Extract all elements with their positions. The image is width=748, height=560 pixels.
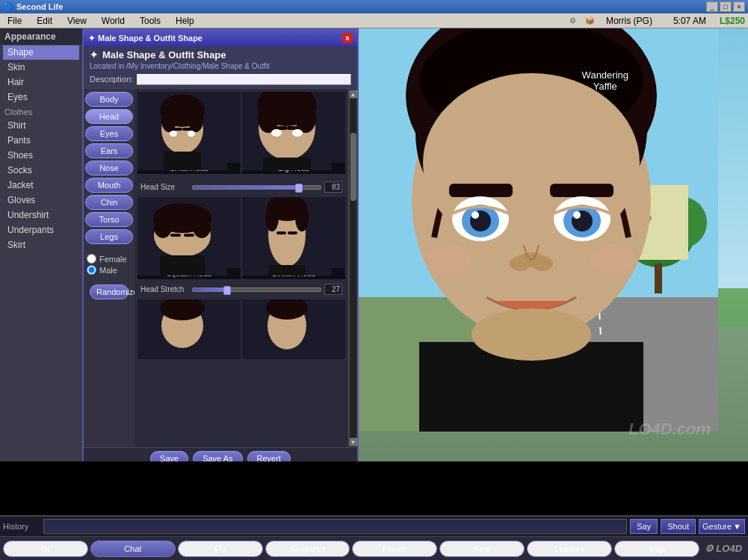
content-area: LO4D.com S <box>135 89 348 447</box>
svg-point-32 <box>573 211 581 219</box>
part-btn-ears[interactable]: Ears <box>85 143 133 158</box>
title-bar: 🔵 Second Life _ □ × <box>0 0 748 13</box>
part-btn-head[interactable]: Head <box>85 109 133 124</box>
svg-rect-60 <box>263 158 311 170</box>
sidebar-item-pants[interactable]: Pants <box>3 133 79 148</box>
shout-button[interactable]: Shout <box>661 519 696 534</box>
radio-female[interactable]: Female <box>87 254 132 264</box>
part-btn-torso[interactable]: Torso <box>85 212 133 227</box>
character-svg: AM I? <box>344 28 718 432</box>
find-button[interactable]: Find <box>439 541 525 557</box>
sidebar-item-socks[interactable]: Socks <box>3 163 79 178</box>
bottom-bar: History Say Shout Gesture ▼ IM Chat Fly … <box>0 515 748 560</box>
svg-point-34 <box>510 256 531 271</box>
events-button[interactable]: Events <box>352 541 437 557</box>
app-title: Second Life <box>16 2 63 11</box>
radio-male-input[interactable] <box>87 265 96 275</box>
part-buttons: Body Head Eyes Ears Nose Mouth Chin Tors… <box>84 89 135 447</box>
sidebar-item-skirt[interactable]: Skirt <box>3 237 79 252</box>
map-button[interactable]: Map <box>614 541 699 557</box>
scroll-up-arrow[interactable]: ▲ <box>350 90 357 98</box>
radio-female-input[interactable] <box>87 254 96 264</box>
part-btn-eyes[interactable]: Eyes <box>85 126 133 141</box>
title-bar-controls[interactable]: _ □ × <box>706 1 745 12</box>
svg-rect-24 <box>550 184 613 197</box>
menu-view[interactable]: View <box>63 14 91 28</box>
im-button[interactable]: IM <box>3 541 88 557</box>
part-btn-nose[interactable]: Nose <box>85 161 133 175</box>
preview-row3: LO4D.com LO4D.com <box>135 299 348 359</box>
sidebar-item-gloves[interactable]: Gloves <box>3 193 79 208</box>
say-button[interactable]: Say <box>630 519 658 534</box>
leaders-button[interactable]: Leaders <box>527 541 612 557</box>
fly-button[interactable]: Fly <box>178 541 263 557</box>
svg-point-47 <box>170 131 177 137</box>
dialog-close-button[interactable]: × <box>342 33 353 43</box>
history-label: History <box>3 522 40 531</box>
sidebar-item-shape[interactable]: Shape <box>3 45 79 60</box>
chat-input[interactable] <box>43 519 627 534</box>
minimize-button[interactable]: _ <box>706 1 718 12</box>
sidebar-item-shirt[interactable]: Shirt <box>3 118 79 133</box>
snapshot-button[interactable]: Snapshot <box>265 541 350 557</box>
preview-stretch-head: LO4D.com Stretch Head <box>242 197 345 279</box>
head-stretch-slider-section: Head Stretch 27 <box>135 279 348 299</box>
svg-point-74 <box>265 205 279 231</box>
npc-name: Wandering Yaffle <box>582 58 628 92</box>
dialog-desc-row: Description: <box>90 73 351 85</box>
svg-point-59 <box>292 129 303 137</box>
revert-button[interactable]: Revert <box>247 451 291 461</box>
svg-rect-7 <box>655 264 662 293</box>
maximize-button[interactable]: □ <box>720 1 732 12</box>
sidebar-item-eyes[interactable]: Eyes <box>3 90 79 105</box>
app-icon: 🔵 <box>3 2 13 12</box>
dialog-title: Male Shape & Outfit Shape <box>98 34 203 43</box>
save-button[interactable]: Save <box>150 451 188 461</box>
chat-input-row: History Say Shout Gesture ▼ <box>0 517 748 537</box>
svg-point-75 <box>295 205 309 231</box>
head-stretch-track[interactable] <box>192 287 321 292</box>
preview-grid: LO4D.com S <box>135 89 348 177</box>
svg-rect-49 <box>164 152 201 170</box>
dialog-title-bar: ✦ Male Shape & Outfit Shape × <box>84 30 357 46</box>
preview-small-head: LO4D.com S <box>137 92 241 174</box>
dialog-scrollbar[interactable]: ▲ ▼ <box>348 89 357 447</box>
head-size-row: Head Size 83 <box>140 181 342 193</box>
part-btn-legs[interactable]: Legs <box>85 229 133 244</box>
svg-point-37 <box>427 245 472 275</box>
scroll-thumb[interactable] <box>350 133 356 200</box>
head-size-label: Head Size <box>140 183 189 191</box>
part-btn-mouth[interactable]: Mouth <box>85 178 133 193</box>
sidebar-item-hair[interactable]: Hair <box>3 75 79 90</box>
dialog-bottom-buttons: Save Save As Revert <box>84 447 357 461</box>
sidebar-item-jacket[interactable]: Jacket <box>3 178 79 193</box>
scroll-track[interactable] <box>350 99 356 437</box>
close-button[interactable]: × <box>733 1 745 12</box>
menu-help[interactable]: Help <box>171 14 199 28</box>
part-btn-body[interactable]: Body <box>85 92 133 107</box>
scroll-down-arrow[interactable]: ▼ <box>350 438 357 446</box>
part-btn-chin[interactable]: Chin <box>85 195 133 210</box>
chat-button[interactable]: Chat <box>90 541 176 557</box>
randomize-button[interactable]: Randomize <box>90 284 129 299</box>
time-display: 5:07 AM <box>673 16 706 26</box>
watermark: LO4D.com <box>628 420 711 439</box>
head-size-track[interactable] <box>192 185 321 190</box>
menu-file[interactable]: File <box>3 14 26 28</box>
radio-male[interactable]: Male <box>87 265 132 275</box>
preview-cell-3b: LO4D.com <box>242 299 345 359</box>
svg-rect-78 <box>268 265 306 276</box>
appearance-label: Appearance <box>0 28 82 46</box>
gesture-dropdown[interactable]: Gesture ▼ <box>699 519 745 534</box>
menu-edit[interactable]: Edit <box>32 14 57 28</box>
sidebar-item-shoes[interactable]: Shoes <box>3 148 79 163</box>
menu-world[interactable]: World <box>97 14 129 28</box>
dialog-header: ✦ Male Shape & Outfit Shape Located in /… <box>84 46 357 89</box>
dialog-desc-input[interactable] <box>136 73 351 85</box>
sidebar-item-skin[interactable]: Skin <box>3 60 79 75</box>
sidebar-item-undershirt[interactable]: Undershirt <box>3 208 79 223</box>
save-as-button[interactable]: Save As <box>193 451 242 461</box>
sidebar-item-underpants[interactable]: Underpants <box>3 223 79 237</box>
menu-tools[interactable]: Tools <box>135 14 165 28</box>
menu-bar: File Edit View World Tools Help ⚙ 📦 Morr… <box>0 13 748 28</box>
